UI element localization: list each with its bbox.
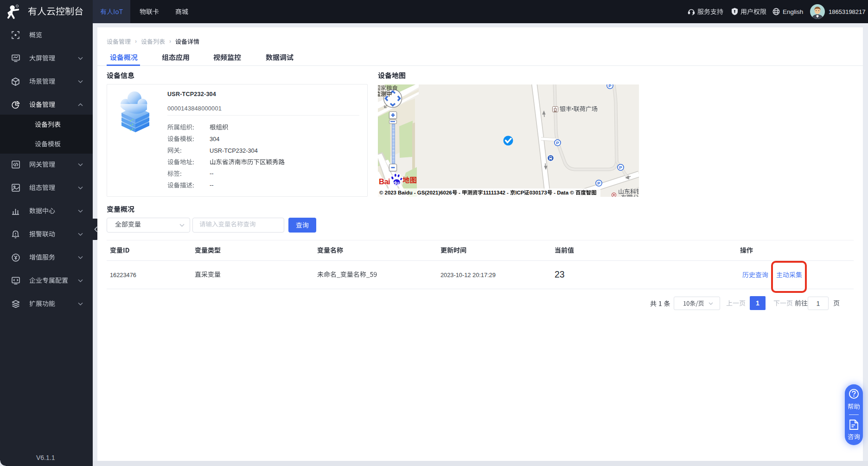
- svg-text:Bai: Bai: [379, 177, 390, 186]
- svg-text:P: P: [619, 165, 622, 170]
- svg-text:P: P: [556, 140, 559, 145]
- svg-text:P: P: [608, 84, 612, 88]
- svg-text:du: du: [393, 180, 400, 186]
- svg-text:P: P: [598, 181, 601, 186]
